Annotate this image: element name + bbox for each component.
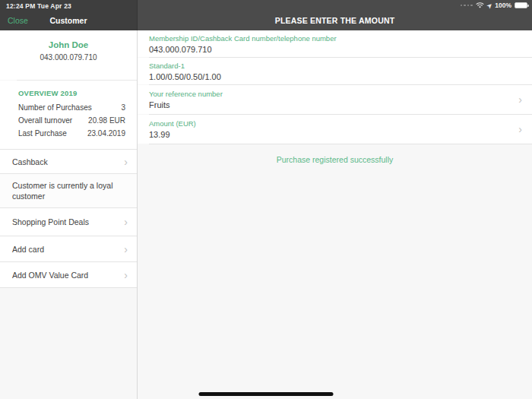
overview-value: 23.04.2019	[87, 129, 125, 138]
field-label: Standard-1	[149, 62, 221, 70]
sidebar-item-cashback[interactable]: Cashback ›	[0, 150, 137, 173]
field-label: Membership ID/Cashback Card number/telep…	[149, 34, 337, 43]
overview-value: 20.98 EUR	[88, 116, 125, 125]
customer-name: John Doe	[0, 40, 137, 49]
home-indicator[interactable]	[199, 392, 334, 396]
overview-value: 3	[121, 103, 125, 112]
field-value: 13.99	[149, 130, 196, 139]
chevron-right-icon: ›	[124, 217, 128, 227]
wifi-icon	[476, 2, 484, 9]
page-body: John Doe 043.000.079.710 OVERVIEW 2019 N…	[0, 30, 532, 399]
location-arrow-icon: ➤	[485, 1, 493, 9]
main-header: ➤ 100% PLEASE ENTER THE AMOUNT	[138, 0, 532, 30]
amount-entry-panel: Membership ID/Cashback Card number/telep…	[138, 30, 532, 399]
status-time-date: 12:24 PM Tue Apr 23	[6, 2, 71, 10]
chevron-right-icon: ›	[518, 94, 522, 105]
overview-label: Number of Purchases	[18, 103, 92, 112]
sidebar-item-label: Add OMV Value Card	[12, 271, 88, 280]
field-membership-id[interactable]: Membership ID/Cashback Card number/telep…	[138, 30, 532, 57]
field-reference-number[interactable]: Your reference number Fruits ›	[138, 85, 532, 114]
overview-row-last-purchase: Last Purchase 23.04.2019	[18, 129, 125, 138]
overview-label: Overall turnover	[18, 116, 72, 125]
field-standard-rate[interactable]: Standard-1 1.00/0.50/0.50/1.00	[138, 58, 532, 84]
sidebar-item-label: Shopping Point Deals	[12, 217, 89, 226]
main-title: PLEASE ENTER THE AMOUNT	[138, 16, 532, 25]
overview-section: OVERVIEW 2019 Number of Purchases 3 Over…	[0, 81, 137, 149]
overview-row-turnover: Overall turnover 20.98 EUR	[18, 116, 125, 125]
status-message: Purchase registered successfully	[138, 155, 532, 164]
field-label: Your reference number	[149, 90, 223, 98]
app-header: 12:24 PM Tue Apr 23 Close Customer ➤ 100…	[0, 0, 532, 30]
sidebar-title: Customer	[0, 16, 137, 25]
sidebar-item-label: Add card	[12, 245, 44, 254]
loyalty-note: Customer is currently a loyal customer	[0, 174, 137, 207]
divider	[0, 287, 137, 288]
chevron-right-icon: ›	[124, 244, 128, 255]
overview-label: Last Purchase	[18, 129, 67, 138]
battery-icon	[515, 2, 527, 8]
field-value: 1.00/0.50/0.50/1.00	[149, 72, 221, 81]
sidebar-item-shopping-point-deals[interactable]: Shopping Point Deals ›	[0, 208, 137, 236]
divider	[149, 144, 532, 144]
sidebar-item-label: Cashback	[12, 157, 48, 166]
field-label: Amount (EUR)	[149, 119, 196, 128]
status-icons: ➤ 100%	[461, 2, 527, 9]
battery-percent-label: 100%	[495, 2, 511, 9]
field-value: Fruits	[149, 100, 223, 109]
overview-row-purchases: Number of Purchases 3	[18, 103, 125, 112]
chevron-right-icon: ›	[124, 270, 128, 280]
chevron-right-icon: ›	[124, 157, 128, 167]
overview-title: OVERVIEW 2019	[18, 89, 125, 97]
customer-profile: John Doe 043.000.079.710	[0, 30, 137, 80]
field-value: 043.000.079.710	[149, 45, 337, 54]
sidebar-item-add-card[interactable]: Add card ›	[0, 236, 137, 261]
sidebar-item-add-omv-value-card[interactable]: Add OMV Value Card ›	[0, 262, 137, 287]
cellular-signal-icon	[461, 5, 473, 7]
chevron-right-icon: ›	[518, 124, 522, 135]
customer-sidebar: John Doe 043.000.079.710 OVERVIEW 2019 N…	[0, 30, 138, 399]
customer-card-number: 043.000.079.710	[0, 53, 137, 62]
field-amount[interactable]: Amount (EUR) 13.99 ›	[138, 115, 532, 144]
sidebar-header: 12:24 PM Tue Apr 23 Close Customer	[0, 0, 138, 30]
